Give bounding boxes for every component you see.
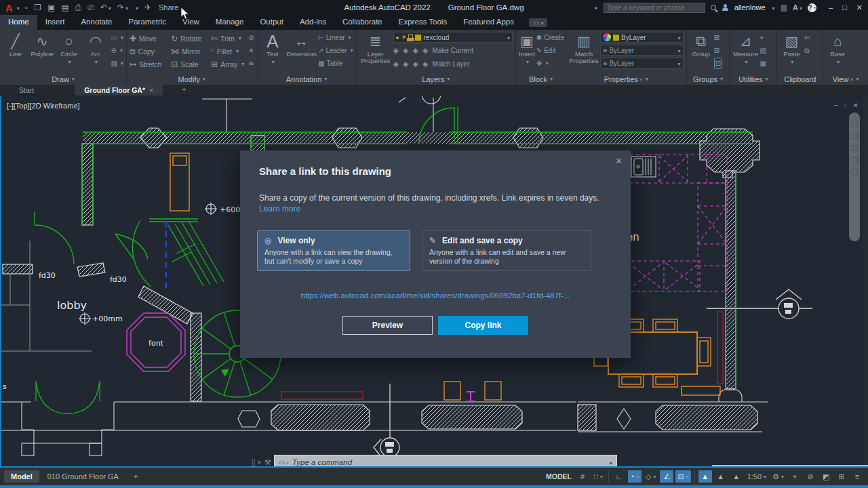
command-line-customize-icon[interactable]: ⚒ — [264, 458, 271, 467]
save-as-icon[interactable]: ▤ — [61, 3, 68, 12]
array-button[interactable]: ⊞Array — [211, 60, 247, 69]
viewport-close-icon[interactable]: ✕ — [853, 102, 859, 109]
edit-block-button[interactable]: ✎Edit — [536, 45, 564, 56]
vertical-scrollbar[interactable] — [863, 96, 868, 468]
annotation-visibility-toggle[interactable]: ▲ — [698, 470, 712, 483]
user-menu-caret[interactable] — [771, 3, 775, 12]
annotation-scale-icon[interactable]: ▲ — [730, 470, 743, 483]
model-space-toggle[interactable]: MODEL — [544, 470, 574, 483]
make-current-button[interactable]: Make Current — [432, 47, 473, 54]
panel-label-annotation[interactable]: Annotation — [258, 73, 356, 85]
panel-label-utilities[interactable]: Utilities — [730, 73, 776, 85]
layer-unlock-all-icon[interactable]: ◈ — [422, 60, 429, 68]
tab-addins[interactable]: Add-ins — [292, 15, 334, 30]
dialog-close-icon[interactable]: ✕ — [615, 156, 623, 166]
viewport-minimize-icon[interactable]: − — [834, 102, 838, 109]
nav-zoom-icon[interactable] — [852, 145, 858, 151]
autodesk-app-icon[interactable]: A — [793, 3, 802, 12]
viewport-restore-icon[interactable]: ▫ — [844, 102, 847, 109]
annotation-scale-value[interactable]: 1:50 — [745, 470, 768, 483]
layer-isolate-icon[interactable]: ◈ — [403, 46, 410, 55]
share-icon[interactable]: ✈ — [144, 3, 151, 12]
panel-label-draw[interactable]: Draw — [0, 73, 126, 85]
group-button[interactable]: ⧉Group — [690, 32, 713, 58]
drawing-canvas[interactable]: [-][Top][2D Wireframe] − ▫ ✕ — [0, 96, 868, 468]
object-snap-tracking-toggle[interactable]: ∠ — [660, 470, 673, 483]
ortho-toggle[interactable]: ∟ — [612, 470, 626, 483]
paste-button[interactable]: ▧Paste — [780, 32, 803, 66]
signed-in-user[interactable]: allenlowe — [734, 3, 766, 12]
copy-clip-button[interactable]: ⧉ — [804, 45, 810, 56]
dimension-button[interactable]: ↔Dimension — [286, 32, 317, 58]
tab-home[interactable]: Home — [0, 15, 37, 30]
model-tab[interactable]: Model — [4, 470, 39, 483]
tab-insert[interactable]: Insert — [37, 15, 73, 30]
insert-block-button[interactable]: ▣Insert — [519, 32, 535, 66]
rectangle-button[interactable]: ▭ — [111, 32, 123, 43]
isolate-objects-icon[interactable]: ⊘ — [804, 470, 817, 483]
panel-label-layers[interactable]: Layers — [357, 73, 515, 85]
tab-view[interactable]: View — [174, 15, 208, 30]
view-panel-expand-icon[interactable]: » — [850, 76, 853, 83]
match-layer-button[interactable]: Match Layer — [432, 60, 469, 68]
layer-unisolate-icon[interactable]: ◈ — [403, 60, 410, 68]
window-maximize-button[interactable]: □ — [842, 3, 847, 12]
erase-button[interactable]: ⊘ — [248, 32, 254, 43]
tab-manage[interactable]: Manage — [208, 15, 252, 30]
share-link-url[interactable]: https://web.autocad.com/acad/me/sid/shar… — [240, 291, 631, 300]
customization-menu-icon[interactable]: ≡ — [850, 470, 864, 483]
app-menu-caret[interactable] — [16, 3, 20, 12]
cut-button[interactable]: ✄ — [804, 32, 810, 43]
ungroup-button[interactable]: ⊞ — [714, 32, 722, 43]
search-input[interactable] — [604, 3, 705, 13]
tab-output[interactable]: Output — [252, 15, 292, 30]
create-block-button[interactable]: ✱Create — [536, 32, 564, 43]
search-icon[interactable] — [711, 5, 716, 10]
panel-label-groups[interactable]: Groups — [687, 73, 730, 85]
layout-tab-ground-floor[interactable]: 010 Ground Floor GA — [41, 470, 125, 483]
viewport-controls-label[interactable]: [-][Top][2D Wireframe] — [7, 102, 80, 110]
layer-thaw-all-icon[interactable]: ◈ — [413, 60, 420, 68]
autocad-logo-icon[interactable]: A — [0, 2, 16, 14]
nav-pan-icon[interactable] — [852, 133, 858, 139]
preview-button[interactable]: Preview — [342, 316, 433, 335]
explode-button[interactable]: ✶ — [248, 45, 254, 56]
base-view-button[interactable]: ⌂Base — [826, 32, 849, 66]
rotate-button[interactable]: ↻Rotate — [171, 34, 204, 43]
print-icon[interactable]: ⎚ — [87, 3, 94, 12]
layer-properties-button[interactable]: ≣Layer Properties — [359, 32, 392, 64]
file-tab-close-icon[interactable]: × — [149, 86, 153, 94]
copy-button[interactable]: ⧉Copy — [130, 47, 164, 56]
group-selection-toggle[interactable]: ⊡ — [714, 58, 722, 69]
tab-parametric[interactable]: Parametric — [121, 15, 175, 30]
window-minimize-button[interactable]: – — [829, 3, 833, 12]
grid-toggle[interactable]: # — [576, 470, 589, 483]
group-edit-button[interactable]: ⊟ — [714, 45, 722, 56]
isodraft-toggle[interactable]: ◇ — [644, 470, 658, 483]
panel-label-clipboard[interactable]: Clipboard — [777, 73, 823, 85]
linear-button[interactable]: ⊢Linear — [318, 32, 353, 43]
block-attributes-button[interactable]: ❖ — [536, 58, 564, 69]
panel-label-block[interactable]: Block — [516, 73, 566, 85]
file-tab-start[interactable]: Start — [9, 85, 43, 96]
recent-commands-icon[interactable]: ▭ — [279, 459, 289, 466]
measure-button[interactable]: ⊿Measure — [732, 32, 758, 66]
tab-annotate[interactable]: Annotate — [73, 15, 120, 30]
search-collapse-icon[interactable]: ▸ — [595, 5, 598, 11]
stretch-button[interactable]: ↦Stretch — [130, 60, 164, 69]
table-button[interactable]: ▦Table — [318, 58, 353, 69]
offset-button[interactable]: ≋ — [248, 58, 254, 69]
workspace-gear-icon[interactable]: ⚙ — [770, 470, 786, 483]
snap-toggle[interactable]: ∷ — [591, 470, 605, 483]
polar-tracking-toggle[interactable]: ◔ — [628, 470, 642, 483]
autoscale-toggle[interactable]: ▲ — [714, 470, 728, 483]
command-history-caret-icon[interactable]: ▴ — [609, 459, 612, 466]
leader-button[interactable]: ↗Leader — [318, 45, 353, 56]
panel-label-view[interactable]: View» — [823, 73, 868, 85]
match-properties-button[interactable]: ▥Match Properties — [569, 32, 599, 64]
learn-more-link[interactable]: Learn more — [240, 203, 631, 214]
command-line-grip[interactable]: ⣿ — [251, 459, 254, 466]
lineweight-select[interactable]: ≡ ByLayer — [600, 45, 684, 56]
move-button[interactable]: ✚Move — [130, 34, 164, 43]
object-snap-toggle[interactable]: ⊡ — [675, 470, 690, 483]
